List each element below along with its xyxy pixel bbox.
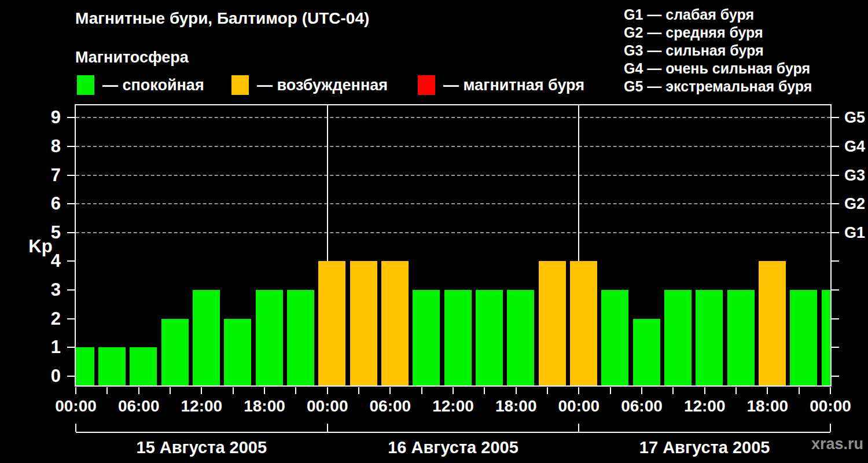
kp-bar	[76, 347, 94, 385]
kp-bar	[161, 319, 189, 386]
x-tick	[106, 387, 108, 394]
x-tick	[641, 387, 642, 394]
kp-bar	[256, 290, 283, 385]
x-tick	[295, 387, 296, 394]
y-tick-right	[832, 232, 839, 233]
g-axis-label: G4	[844, 137, 865, 156]
x-tick-label: 06:00	[106, 397, 172, 416]
x-tick	[767, 387, 768, 394]
excited-color-swatch-icon	[231, 75, 249, 95]
y-tick-right	[832, 175, 839, 176]
legend-label: — магнитная буря	[443, 76, 584, 94]
y-tick-right	[832, 117, 839, 118]
kp-bar	[539, 261, 566, 385]
kp-bar	[287, 290, 314, 385]
day-bracket-riser	[830, 424, 831, 432]
g-scale-legend-line: G4 — очень сильная буря	[624, 60, 812, 78]
kp-bar	[759, 261, 786, 385]
g-scale-legend-line: G5 — экстремальная буря	[624, 78, 812, 95]
x-tick	[704, 387, 705, 394]
g-scale-legend: G1 — слабая буря G2 — средняя буря G3 — …	[624, 6, 812, 95]
quiet-color-swatch-icon	[77, 75, 94, 95]
g-scale-legend-line: G3 — сильная буря	[624, 42, 812, 60]
kp-bar	[601, 290, 628, 385]
day-divider	[327, 105, 328, 262]
chart-subtitle: Магнитосфера	[75, 49, 189, 67]
kp-bar	[790, 290, 817, 385]
x-tick-label: 00:00	[43, 397, 109, 416]
y-tick	[67, 347, 75, 348]
x-tick	[421, 387, 422, 394]
y-tick-right	[832, 376, 839, 377]
day-divider	[578, 105, 579, 262]
kp-bar	[444, 290, 472, 385]
day-label: 16 Августа 2005	[328, 438, 579, 457]
y-tick-right	[832, 318, 839, 319]
gridline	[76, 175, 830, 176]
y-tick-label: 9	[28, 107, 61, 128]
y-tick-label: 6	[28, 193, 61, 214]
kp-bar	[98, 347, 126, 385]
x-tick	[75, 387, 76, 394]
x-tick-label: 06:00	[357, 397, 423, 416]
x-tick	[327, 387, 328, 394]
gridline	[76, 117, 830, 118]
x-tick-label: 00:00	[295, 397, 361, 416]
x-tick	[578, 387, 579, 394]
kp-bar	[696, 290, 723, 385]
kp-bar	[318, 261, 345, 385]
x-tick	[547, 387, 548, 394]
x-tick	[735, 387, 737, 394]
y-tick-right	[832, 347, 839, 348]
x-tick	[138, 387, 139, 394]
kp-bar	[476, 290, 503, 385]
y-tick	[67, 318, 75, 319]
x-tick	[201, 387, 202, 394]
x-tick	[610, 387, 611, 394]
legend-item-excited: — возбужденная	[231, 75, 388, 95]
y-tick-label: 8	[28, 136, 61, 157]
day-bracket-riser	[327, 424, 328, 432]
x-tick	[389, 387, 391, 394]
x-tick-label: 06:00	[609, 397, 675, 416]
x-tick-label: 18:00	[483, 397, 549, 416]
x-tick-label: 18:00	[734, 397, 800, 416]
legend-item-quiet: — спокойная	[77, 75, 204, 95]
x-tick	[516, 387, 517, 394]
y-tick-label: 7	[28, 165, 61, 186]
y-tick	[67, 117, 75, 118]
y-tick-label: 1	[28, 337, 61, 358]
y-tick	[67, 203, 75, 204]
day-bracket-riser	[578, 424, 579, 432]
kp-bar	[193, 290, 220, 385]
x-tick	[484, 387, 485, 394]
x-tick-label: 00:00	[546, 397, 612, 416]
day-bracket	[76, 432, 830, 433]
y-tick-label: 5	[28, 222, 61, 243]
storm-color-swatch-icon	[418, 75, 435, 95]
y-tick-right	[832, 289, 839, 291]
x-tick-label: 12:00	[168, 397, 234, 416]
kp-bar	[727, 290, 755, 385]
x-tick-label: 00:00	[797, 397, 863, 416]
day-label: 15 Августа 2005	[76, 438, 328, 457]
y-tick	[67, 146, 75, 147]
kp-bar	[664, 290, 692, 385]
x-tick	[453, 387, 454, 394]
g-axis-label: G3	[844, 166, 865, 185]
x-tick	[358, 387, 359, 394]
page-title: Магнитные бури, Балтимор (UTC-04)	[75, 9, 369, 28]
y-tick	[67, 175, 75, 176]
legend-label: — возбужденная	[257, 76, 388, 94]
y-tick-label: 4	[28, 251, 61, 271]
kp-bar	[381, 261, 409, 385]
y-tick-right	[832, 146, 839, 147]
x-tick-label: 12:00	[672, 397, 738, 416]
y-tick-label: 0	[28, 366, 61, 387]
kp-bar	[822, 290, 831, 385]
kp-bar	[350, 261, 377, 385]
g-axis-label: G2	[844, 194, 865, 214]
x-tick	[233, 387, 234, 394]
x-tick	[799, 387, 800, 394]
y-tick	[67, 232, 75, 233]
